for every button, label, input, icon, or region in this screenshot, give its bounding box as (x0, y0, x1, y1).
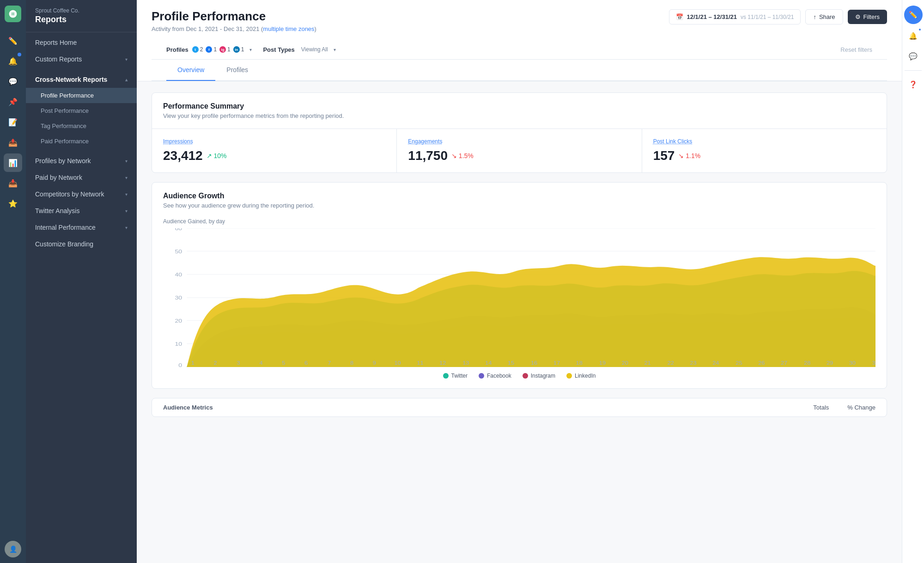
perf-summary-header: Performance Summary View your key profil… (152, 93, 887, 119)
sidebar-item-customize-branding[interactable]: Customize Branding (26, 236, 137, 252)
svg-text:27: 27 (781, 360, 787, 366)
nav-star-icon[interactable]: ⭐ (4, 194, 22, 213)
nav-compose-icon[interactable]: ✏️ (4, 31, 22, 50)
page-subtitle: Activity from Dec 1, 2021 - Dec 31, 2021… (152, 25, 316, 32)
logo-icon[interactable] (5, 6, 21, 22)
sidebar-item-internal-performance[interactable]: Internal Performance ▾ (26, 219, 137, 236)
tabs-bar: Overview Profiles (152, 60, 887, 81)
sidebar-item-profiles-by-network[interactable]: Profiles by Network ▾ (26, 153, 137, 169)
svg-text:15: 15 (508, 360, 515, 366)
audience-title: Audience Growth (163, 192, 875, 200)
chart-svg: 60 50 40 30 20 10 0 1 (163, 228, 875, 367)
tab-profiles[interactable]: Profiles (215, 60, 259, 81)
sidebar-item-custom-reports[interactable]: Custom Reports ▾ (26, 51, 137, 67)
svg-text:4: 4 (259, 360, 263, 366)
twitter-dot: t (192, 46, 199, 53)
svg-text:20: 20 (175, 318, 182, 324)
title-group: Profile Performance Activity from Dec 1,… (152, 9, 316, 32)
impressions-change: ↗ 10% (207, 152, 227, 159)
section-title: Reports (35, 15, 128, 24)
network-sections: Profiles by Network ▾ Paid by Network ▾ … (26, 151, 137, 254)
calendar-icon: 📅 (676, 13, 683, 20)
svg-text:2: 2 (213, 360, 217, 366)
right-panel: ✏️ 🔔 💬 ❓ (902, 0, 924, 563)
post-types-chevron-icon: ▾ (334, 47, 336, 52)
date-range-button[interactable]: 📅 12/1/21 – 12/31/21 vs 11/1/21 – 11/30/… (669, 9, 801, 24)
audience-growth-card: Audience Growth See how your audience gr… (152, 182, 887, 389)
svg-text:50: 50 (175, 248, 182, 255)
chevron-down-icon: ▾ (125, 175, 128, 180)
notification-indicator (918, 28, 922, 31)
facebook-badge: f 1 (206, 46, 217, 53)
nav-list-icon[interactable]: 📝 (4, 113, 22, 131)
sidebar-header: Sprout Coffee Co. Reports (26, 0, 137, 32)
sidebar-item-reports-home[interactable]: Reports Home (26, 34, 137, 51)
engagements-metric: Engagements 11,750 ↘ 1.5% (397, 129, 642, 172)
svg-text:11: 11 (417, 360, 423, 366)
audience-metrics-footer: Audience Metrics Totals % Change (152, 398, 887, 417)
nav-inbox-icon[interactable]: 📥 (4, 174, 22, 192)
tab-overview[interactable]: Overview (166, 60, 215, 81)
audience-chart: 60 50 40 30 20 10 0 1 (163, 228, 875, 367)
network-badges: t 2 f 1 ig 1 in 1 (192, 46, 244, 53)
compose-icon[interactable]: ✏️ (904, 6, 923, 24)
user-avatar[interactable]: 👤 (5, 541, 21, 557)
chart-legend: Twitter Facebook Instagram LinkedIn (163, 373, 875, 379)
chevron-down-icon: ▾ (125, 208, 128, 214)
share-button[interactable]: ↑ Share (805, 9, 843, 24)
help-icon[interactable]: ❓ (905, 76, 922, 93)
nav-send-icon[interactable]: 📤 (4, 133, 22, 152)
nav-tasks-icon[interactable]: 📌 (4, 92, 22, 111)
metrics-row: Impressions 23,412 ↗ 10% Engagements 11,… (152, 129, 887, 172)
reset-filters-button[interactable]: Reset filters (840, 45, 872, 54)
perf-summary-subtitle: View your key profile performance metric… (163, 112, 875, 119)
instagram-badge: ig 1 (219, 46, 231, 53)
chevron-down-icon: ▾ (125, 57, 128, 62)
post-types-filter[interactable]: Post Types Viewing All ▾ (263, 46, 335, 53)
svg-text:8: 8 (350, 360, 354, 366)
svg-text:20: 20 (622, 360, 629, 366)
notifications-icon[interactable]: 🔔 (905, 28, 922, 44)
engagements-change: ↘ 1.5% (451, 152, 474, 159)
svg-text:60: 60 (175, 228, 182, 232)
sidebar-item-paid-by-network[interactable]: Paid by Network ▾ (26, 169, 137, 186)
nav-bell-icon[interactable]: 🔔 (4, 52, 22, 70)
sidebar-sub-paid-performance[interactable]: Paid Performance (26, 134, 137, 149)
clicks-change: ↘ 1.1% (678, 152, 700, 159)
content-area: Performance Summary View your key profil… (137, 81, 902, 428)
facebook-legend-dot (479, 373, 484, 379)
sidebar-item-competitors-by-network[interactable]: Competitors by Network ▾ (26, 186, 137, 202)
svg-text:5: 5 (282, 360, 286, 366)
svg-text:22: 22 (668, 360, 674, 366)
sidebar-item-cross-network[interactable]: Cross-Network Reports ▴ (26, 71, 137, 88)
icon-rail: ✏️ 🔔 💬 📌 📝 📤 📊 📥 ⭐ 👤 (0, 0, 26, 563)
share-icon: ↑ (813, 13, 816, 20)
percent-change-label: % Change (847, 404, 875, 411)
sidebar-sub-post-performance[interactable]: Post Performance (26, 103, 137, 118)
audience-metrics-label: Audience Metrics (163, 404, 213, 411)
sidebar-sub-profile-performance[interactable]: Profile Performance (26, 88, 137, 103)
cross-network-section: Cross-Network Reports ▴ Profile Performa… (26, 69, 137, 151)
filter-icon: ⚙ (855, 13, 861, 20)
page-title: Profile Performance (152, 9, 316, 24)
svg-text:3: 3 (237, 360, 241, 366)
feedback-icon[interactable]: 💬 (905, 48, 922, 65)
instagram-dot: ig (219, 46, 226, 53)
legend-instagram: Instagram (523, 373, 555, 379)
linkedin-legend-dot (566, 373, 572, 379)
nav-chat-icon[interactable]: 💬 (4, 72, 22, 91)
nav-analytics-icon[interactable]: 📊 (4, 153, 22, 172)
svg-text:13: 13 (462, 360, 469, 366)
svg-text:16: 16 (531, 360, 538, 366)
impressions-metric: Impressions 23,412 ↗ 10% (152, 129, 397, 172)
svg-text:14: 14 (485, 360, 492, 366)
svg-text:18: 18 (576, 360, 583, 366)
svg-text:25: 25 (736, 360, 742, 366)
sidebar-sub-tag-performance[interactable]: Tag Performance (26, 118, 137, 134)
twitter-badge: t 2 (192, 46, 203, 53)
svg-text:29: 29 (827, 360, 833, 366)
divider (905, 70, 922, 71)
sidebar-item-twitter-analysis[interactable]: Twitter Analysis ▾ (26, 202, 137, 219)
filters-button[interactable]: ⚙ Filters (848, 10, 887, 24)
profiles-filter[interactable]: Profiles t 2 f 1 ig 1 (166, 46, 252, 53)
